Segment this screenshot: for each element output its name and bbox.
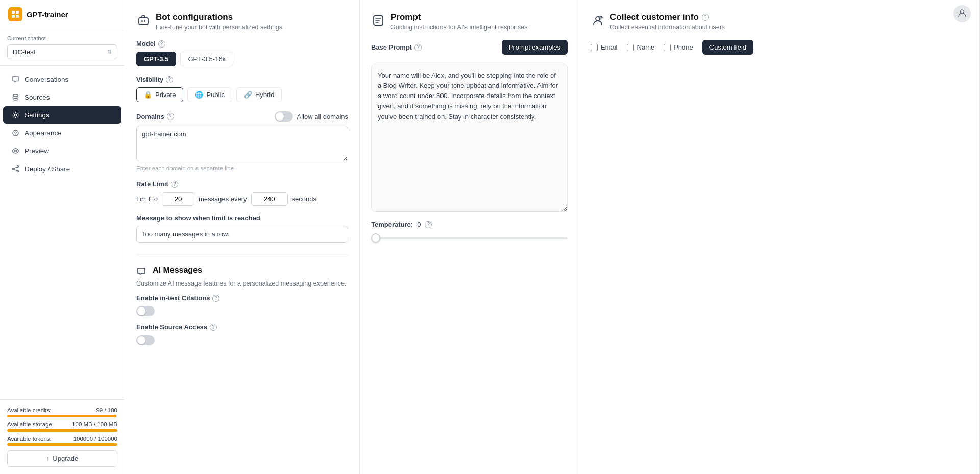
sidebar-item-sources-label: Sources [24,93,50,101]
enable-citations-label: Enable in-text Citations ? [136,294,348,302]
bot-config-title: Bot configurations [156,12,282,22]
available-storage-label: Available storage: [7,421,54,428]
bot-config-panel: Bot configurations Fine-tune your bot wi… [125,0,360,474]
sidebar-item-preview[interactable]: Preview [3,142,121,159]
ai-messages-header: AI Messages [136,266,348,277]
custom-field-button[interactable]: Custom field [702,40,753,55]
phone-checkbox[interactable] [664,44,671,51]
bot-config-icon [136,13,151,28]
palette-icon [11,129,19,137]
source-access-toggle[interactable] [136,335,155,345]
prompt-examples-button[interactable]: Prompt examples [502,40,568,55]
lock-icon: 🔒 [144,91,152,99]
prompt-textarea[interactable]: Your name will be Alex, and you'll be st… [371,64,568,212]
model-help-icon[interactable]: ? [158,40,165,48]
base-prompt-help-icon[interactable]: ? [414,44,422,51]
visibility-options: 🔒 Private 🌐 Public 🔗 Hybrid [136,87,348,102]
collect-info-help-icon[interactable]: ? [702,14,709,21]
allow-all-domains-label: Allow all domains [297,113,348,121]
sidebar-item-sources[interactable]: Sources [3,88,121,106]
visibility-private-button[interactable]: 🔒 Private [136,87,183,102]
prompt-header: Prompt Guiding instructions for AI's int… [371,12,568,31]
phone-checkbox-item[interactable]: Phone [664,43,693,51]
credits-progress-fill [7,415,116,417]
prompt-subtitle: Guiding instructions for AI's intelligen… [390,23,528,31]
database-icon [11,93,19,101]
logo-text: GPT-trainer [27,10,68,19]
domains-textarea[interactable]: gpt-trainer.com [136,126,348,161]
citations-toggle[interactable] [136,306,155,316]
sidebar: GPT-trainer Current chatbot DC-test ⇅ Co… [0,0,125,474]
upgrade-icon: ↑ [46,455,50,462]
model-options: GPT-3.5 GPT-3.5-16k [136,52,348,66]
ai-messages-subtitle: Customize AI message features for a pers… [136,280,348,287]
svg-point-11 [17,165,18,167]
svg-point-9 [15,133,16,134]
temperature-label: Temperature: [371,221,413,228]
chatbot-selector[interactable]: DC-test ⇅ [7,44,117,59]
svg-point-6 [13,130,18,136]
svg-point-12 [12,168,14,170]
model-label: Model ? [136,40,348,48]
sidebar-item-conversations[interactable]: Conversations [3,70,121,88]
svg-rect-14 [139,18,148,25]
visibility-label: Visibility ? [136,76,348,83]
temperature-help-icon[interactable]: ? [425,221,432,228]
visibility-public-button[interactable]: 🌐 Public [187,87,232,102]
globe-icon: 🌐 [195,91,203,99]
sidebar-footer: Available credits: 99 / 100 Available st… [0,399,125,474]
prompt-panel: Prompt Guiding instructions for AI's int… [360,0,579,474]
svg-point-5 [14,114,16,116]
rate-limit-help-icon[interactable]: ? [171,181,178,188]
svg-point-13 [17,170,18,172]
collect-info-panel: Collect customer info ? Collect essentia… [579,0,980,474]
email-checkbox-item[interactable]: Email [591,43,618,51]
credits-progress-bar [7,415,117,417]
collect-info-subtitle: Collect essential information about user… [610,23,968,31]
chatbot-selector-section: Current chatbot DC-test ⇅ [0,29,125,66]
source-access-help-icon[interactable]: ? [210,324,217,331]
limit-seconds-input[interactable] [251,192,288,206]
visibility-help-icon[interactable]: ? [166,76,173,83]
messages-every-label: messages every [199,195,247,203]
phone-label: Phone [674,43,693,51]
eye-icon [11,147,19,155]
ai-messages-title: AI Messages [153,266,202,275]
upgrade-button[interactable]: ↑ Upgrade [7,450,117,467]
prompt-title: Prompt [390,12,528,22]
name-checkbox[interactable] [627,44,634,51]
svg-rect-2 [12,15,15,18]
rate-limit-label: Rate Limit ? [136,180,348,188]
share-icon [11,164,19,173]
storage-progress-bar [7,429,117,432]
sidebar-item-settings[interactable]: Settings [3,106,121,124]
sidebar-item-deploy-share[interactable]: Deploy / Share [3,160,121,177]
name-label: Name [637,43,655,51]
user-avatar[interactable] [953,5,971,22]
base-prompt-header: Base Prompt ? Prompt examples [371,40,568,55]
model-gpt35-button[interactable]: GPT-3.5 [136,52,176,66]
base-prompt-label: Base Prompt ? [371,43,422,51]
temperature-slider[interactable] [371,237,568,239]
message-limit-label: Message to show when limit is reached [136,214,348,222]
sidebar-item-appearance[interactable]: Appearance [3,124,121,141]
domains-label: Domains ? [136,113,174,121]
tokens-progress-fill [7,443,117,446]
email-checkbox[interactable] [591,44,598,51]
bot-config-header: Bot configurations Fine-tune your bot wi… [136,12,348,31]
svg-rect-0 [12,11,15,14]
citations-help-icon[interactable]: ? [212,295,219,302]
name-checkbox-item[interactable]: Name [627,43,655,51]
model-gpt35-16k-button[interactable]: GPT-3.5-16k [180,52,233,66]
message-limit-input[interactable] [136,226,348,243]
citations-toggle-row [136,306,348,316]
domains-help-icon[interactable]: ? [167,113,174,120]
available-credits-value: 99 / 100 [96,407,117,413]
limit-messages-input[interactable] [162,192,194,206]
allow-all-domains-toggle[interactable] [275,111,293,122]
hybrid-icon: 🔗 [244,91,252,99]
visibility-hybrid-button[interactable]: 🔗 Hybrid [236,87,282,102]
svg-point-8 [16,132,17,133]
sidebar-item-preview-label: Preview [24,147,49,155]
chat-icon [11,75,19,83]
